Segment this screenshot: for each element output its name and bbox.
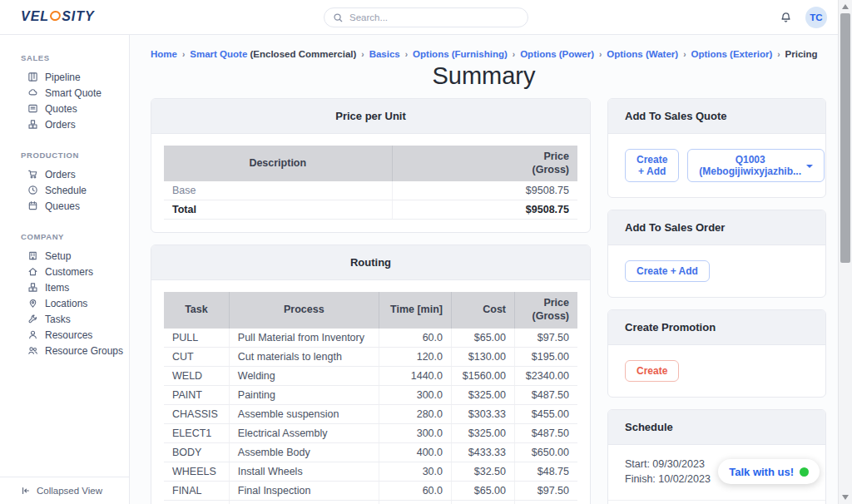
sidebar-item-label: Locations bbox=[45, 298, 87, 309]
scrollbar-thumb[interactable] bbox=[840, 13, 850, 263]
table-cell: PAINT bbox=[164, 385, 229, 404]
sidebar-item-queues[interactable]: Queues bbox=[0, 198, 129, 214]
table-cell: ELECT1 bbox=[164, 423, 229, 442]
table-cell: 2990.0 bbox=[379, 500, 451, 504]
table-cell: $9508.75 bbox=[392, 181, 577, 200]
quote-dropdown-label: Q1003 (Mebogijiwixyjazhib... bbox=[699, 154, 801, 177]
table-cell: 120.0 bbox=[379, 347, 451, 366]
sidebar-item-tasks[interactable]: Tasks bbox=[0, 311, 129, 327]
sidebar-item-label: Queues bbox=[45, 200, 80, 212]
table-cell: Painting bbox=[229, 385, 379, 404]
create-promotion-button[interactable]: Create bbox=[625, 360, 679, 382]
create-promotion-title: Create Promotion bbox=[608, 310, 825, 345]
add-to-sales-quote-title: Add To Sales Quote bbox=[608, 99, 825, 134]
scroll-down-arrow-icon[interactable] bbox=[842, 495, 849, 500]
table-row: PAINTPainting300.0$325.00$487.50 bbox=[164, 385, 577, 404]
sidebar-item-items[interactable]: Items bbox=[0, 279, 129, 295]
price-per-unit-card: Price per Unit DescriptionPrice (Gross)B… bbox=[151, 98, 591, 233]
sidebar-item-pipeline[interactable]: Pipeline bbox=[0, 69, 129, 85]
sidebar-section-sales: SALES bbox=[0, 53, 129, 62]
sidebar-item-customers[interactable]: Customers bbox=[0, 264, 129, 279]
scrollbar[interactable] bbox=[838, 0, 852, 504]
sidebar-item-label: Setup bbox=[45, 250, 71, 262]
table-cell: Final Inspection bbox=[229, 481, 379, 500]
sidebar-item-quotes[interactable]: Quotes bbox=[0, 101, 129, 116]
table-cell: $487.50 bbox=[515, 423, 578, 442]
sidebar-section-production: PRODUCTION bbox=[0, 151, 129, 160]
breadcrumb-link-options-water[interactable]: Options (Water) bbox=[607, 49, 678, 59]
table-row: CHASSISAssemble suspension280.0$303.33$4… bbox=[164, 404, 577, 423]
table-cell: WELD bbox=[164, 366, 229, 385]
sidebar-item-schedule[interactable]: Schedule bbox=[0, 182, 129, 198]
table-cell: $65.00 bbox=[452, 481, 515, 500]
sidebar-item-label: Quotes bbox=[45, 103, 77, 115]
sidebar-item-smart-quote[interactable]: Smart Quote bbox=[0, 85, 129, 101]
breadcrumb-separator-icon: › bbox=[683, 50, 686, 59]
scroll-up-arrow-icon[interactable] bbox=[842, 4, 849, 9]
sidebar-item-label: Schedule bbox=[45, 185, 87, 196]
sidebar-item-orders[interactable]: Orders bbox=[0, 166, 129, 182]
quote-dropdown-button[interactable]: Q1003 (Mebogijiwixyjazhib... bbox=[687, 149, 825, 182]
table-cell: $48.75 bbox=[515, 462, 578, 481]
create-add-quote-button[interactable]: Create + Add bbox=[625, 149, 679, 182]
breadcrumb-link-basics[interactable]: Basics bbox=[369, 49, 400, 59]
table-cell: $650.00 bbox=[515, 442, 578, 462]
table-cell: Assemble Body bbox=[229, 442, 379, 462]
create-promotion-card: Create Promotion Create bbox=[607, 309, 826, 398]
table-cell: $195.00 bbox=[515, 347, 578, 366]
calendar-icon bbox=[27, 200, 38, 211]
logo-text-post: SITY bbox=[62, 9, 95, 24]
sidebar-item-resource-groups[interactable]: Resource Groups bbox=[0, 343, 129, 358]
breadcrumb-separator-icon: › bbox=[182, 50, 185, 59]
breadcrumb-link-options-power[interactable]: Options (Power) bbox=[520, 49, 594, 59]
breadcrumb-link-options-furnishing[interactable]: Options (Furnishing) bbox=[413, 49, 508, 59]
table-cell: $325.00 bbox=[452, 385, 515, 404]
breadcrumb-link-smart-quote[interactable]: Smart Quote (Enclosed Commercial) bbox=[190, 49, 356, 59]
user-avatar[interactable]: TC bbox=[805, 7, 827, 28]
table-cell: Cut materials to length bbox=[229, 347, 379, 366]
table-cell: $3239.17 bbox=[452, 500, 515, 504]
page-title: Summary bbox=[130, 62, 838, 90]
table-row: Base$9508.75 bbox=[164, 181, 577, 200]
breadcrumb-current-pricing: Pricing bbox=[785, 49, 818, 59]
sidebar: SALESPipelineSmart QuoteQuotesOrdersPROD… bbox=[0, 35, 130, 504]
table-total-row: Total$9508.75 bbox=[164, 200, 577, 220]
pipeline-icon bbox=[27, 72, 38, 82]
velosity-logo[interactable]: VELSITY bbox=[21, 9, 95, 24]
column-header: Price (Gross) bbox=[515, 292, 578, 328]
table-cell: $32.50 bbox=[452, 462, 515, 481]
sidebar-item-label: Items bbox=[45, 282, 69, 294]
sidebar-item-label: Tasks bbox=[45, 314, 71, 325]
search-input[interactable] bbox=[349, 12, 516, 22]
add-to-sales-quote-card: Add To Sales Quote Create + Add Q1003 (M… bbox=[607, 98, 826, 198]
column-header: Process bbox=[229, 292, 379, 328]
sidebar-item-locations[interactable]: Locations bbox=[0, 295, 129, 311]
table-cell: FINAL bbox=[164, 481, 229, 500]
collapse-label: Collapsed View bbox=[37, 486, 102, 496]
table-row: WHEELSInstall Wheels30.0$32.50$48.75 bbox=[164, 462, 577, 481]
column-header: Time [min] bbox=[379, 292, 451, 328]
talk-with-us-button[interactable]: Talk with us! bbox=[718, 459, 820, 484]
create-add-order-button[interactable]: Create + Add bbox=[625, 260, 710, 282]
table-row: ELECT1Electrical Assembly300.0$325.00$48… bbox=[164, 423, 577, 442]
sidebar-item-setup[interactable]: Setup bbox=[0, 248, 129, 264]
breadcrumb-separator-icon: › bbox=[513, 50, 515, 59]
routing-title: Routing bbox=[151, 245, 590, 280]
table-cell: Pull Material from Inventory bbox=[229, 329, 379, 348]
table-row: CUTCut materials to length120.0$130.00$1… bbox=[164, 347, 577, 366]
sidebar-item-orders[interactable]: Orders bbox=[0, 116, 129, 132]
sidebar-item-resources[interactable]: Resources bbox=[0, 327, 129, 343]
column-header: Cost bbox=[452, 292, 515, 328]
schedule-card: Schedule Start: 09/30/2023 Finish: 10/02… bbox=[607, 409, 826, 504]
breadcrumb-link-home[interactable]: Home bbox=[151, 49, 177, 59]
table-cell: 280.0 bbox=[379, 404, 451, 423]
table-cell: 1440.0 bbox=[379, 366, 451, 385]
building-icon bbox=[27, 250, 38, 261]
collapsed-view-button[interactable]: Collapsed View bbox=[0, 477, 130, 504]
table-cell: 300.0 bbox=[379, 385, 451, 404]
notification-bell-icon[interactable] bbox=[780, 12, 792, 24]
search-box[interactable] bbox=[324, 7, 528, 27]
sidebar-item-label: Resources bbox=[45, 329, 92, 341]
breadcrumb-link-options-exterior[interactable]: Options (Exterior) bbox=[691, 49, 772, 59]
sidebar-item-label: Customers bbox=[45, 266, 93, 278]
